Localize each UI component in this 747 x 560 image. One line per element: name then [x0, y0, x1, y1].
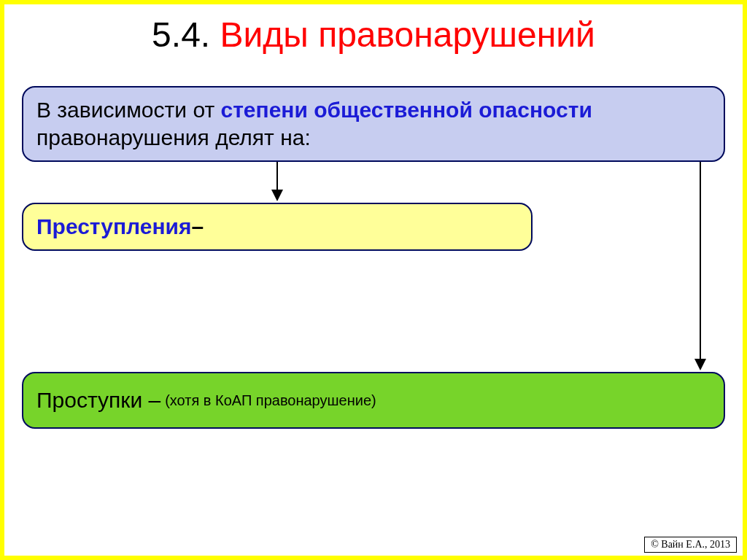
copyright-label: © Вайн Е.А., 2013 — [644, 537, 737, 553]
misdemeanors-label: Проступки – — [36, 386, 160, 414]
title-number: 5.4. — [152, 15, 210, 54]
criterion-part2: правонарушения делят на: — [36, 125, 311, 149]
criterion-part1: В зависимости от — [36, 98, 220, 122]
misdemeanors-box: Проступки – (хотя в КоАП правонарушение) — [22, 372, 725, 429]
slide-title: 5.4. Виды правонарушений — [0, 16, 747, 55]
criterion-highlight: степени общественной опасности — [220, 98, 592, 122]
crimes-dash: – — [192, 213, 204, 241]
title-text: Виды правонарушений — [220, 15, 595, 54]
crimes-box: Преступления – — [22, 203, 533, 251]
slide-frame — [0, 0, 747, 560]
misdemeanors-note: (хотя в КоАП правонарушение) — [165, 392, 376, 410]
crimes-label: Преступления — [36, 213, 192, 241]
criterion-box: В зависимости от степени общественной оп… — [22, 86, 725, 162]
